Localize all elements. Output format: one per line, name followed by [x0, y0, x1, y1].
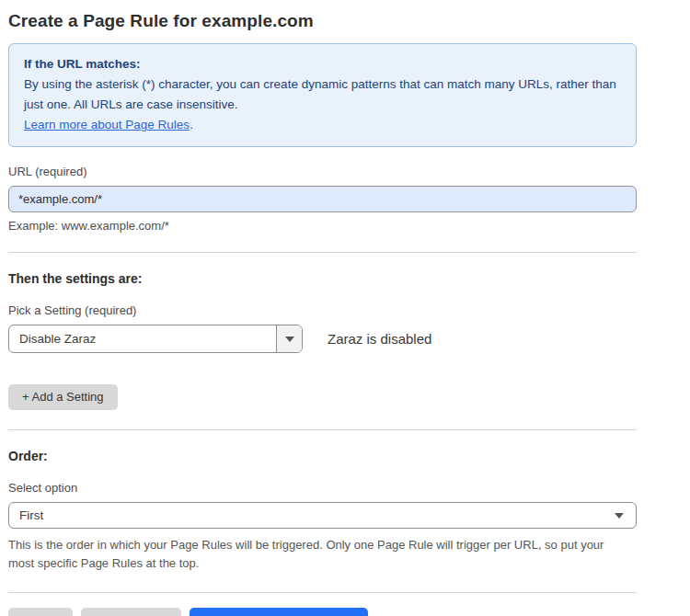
setting-row: Disable Zaraz Zaraz is disabled	[8, 325, 637, 353]
setting-dropdown[interactable]: Disable Zaraz	[8, 325, 303, 353]
add-setting-button[interactable]: + Add a Setting	[8, 384, 118, 410]
info-box-body: By using the asterisk (*) character, you…	[24, 74, 621, 115]
setting-status-text: Zaraz is disabled	[328, 331, 431, 347]
cancel-button[interactable]: Cancel	[8, 608, 73, 616]
chevron-down-icon	[285, 337, 294, 342]
divider	[8, 592, 637, 593]
order-select-value: First	[19, 508, 43, 522]
learn-more-link[interactable]: Learn more about Page Rules	[24, 118, 190, 131]
url-field-label: URL (required)	[8, 165, 637, 178]
chevron-down-icon	[615, 513, 624, 519]
page-title: Create a Page Rule for example.com	[8, 11, 637, 31]
order-select-label: Select option	[8, 481, 637, 495]
save-and-deploy-button[interactable]: Save and Deploy Page Rule	[190, 608, 367, 616]
url-input[interactable]	[8, 186, 637, 212]
order-section-heading: Order:	[8, 449, 637, 463]
link-suffix: .	[190, 118, 193, 131]
url-match-info-box: If the URL matches: By using the asteris…	[8, 43, 637, 147]
page-rule-form: Create a Page Rule for example.com If th…	[0, 0, 690, 616]
order-helper-text: This is the order in which your Page Rul…	[8, 536, 625, 573]
url-field-helper: Example: www.example.com/*	[8, 219, 637, 233]
pick-setting-label: Pick a Setting (required)	[8, 303, 637, 317]
divider	[8, 429, 637, 430]
order-select[interactable]: First	[8, 502, 637, 529]
info-box-link-line: Learn more about Page Rules.	[24, 115, 621, 135]
settings-section-heading: Then the settings are:	[8, 271, 637, 286]
save-as-draft-button[interactable]: Save as Draft	[81, 608, 181, 616]
info-box-heading: If the URL matches:	[24, 54, 621, 74]
divider	[8, 252, 637, 253]
setting-dropdown-arrow-button[interactable]	[276, 325, 302, 352]
setting-dropdown-value: Disable Zaraz	[9, 325, 276, 352]
form-actions: Cancel Save as Draft Save and Deploy Pag…	[8, 608, 637, 616]
